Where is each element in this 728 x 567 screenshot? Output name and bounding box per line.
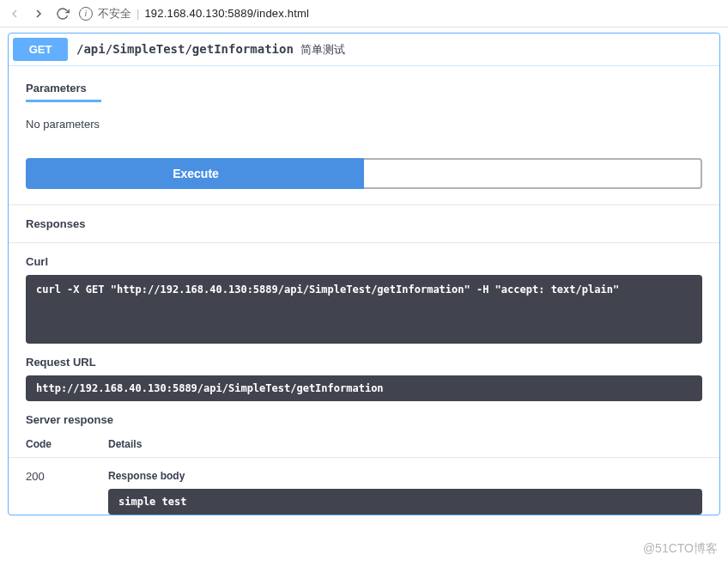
no-parameters-text: No parameters bbox=[9, 102, 719, 143]
info-icon: i bbox=[79, 7, 93, 21]
request-url-section: Request URL http://192.168.40.130:5889/a… bbox=[9, 344, 719, 401]
response-details: Response body simple test bbox=[108, 470, 702, 515]
responses-header: Responses bbox=[9, 204, 719, 243]
browser-toolbar: i 不安全 | 192.168.40.130:5889/index.html bbox=[0, 0, 728, 27]
curl-label: Curl bbox=[26, 255, 702, 268]
reload-icon[interactable] bbox=[55, 6, 70, 21]
operation-body: Parameters No parameters Execute Respons… bbox=[9, 65, 719, 515]
insecure-label: 不安全 bbox=[98, 6, 131, 21]
swagger-ui: GET /api/SimpleTest/getInformation 简单测试 … bbox=[0, 33, 728, 515]
curl-command[interactable]: curl -X GET "http://192.168.40.130:5889/… bbox=[26, 275, 702, 344]
url-text: 192.168.40.130:5889/index.html bbox=[144, 7, 309, 20]
operation-summary[interactable]: GET /api/SimpleTest/getInformation 简单测试 bbox=[9, 34, 719, 65]
execute-row: Execute bbox=[9, 143, 719, 204]
forward-icon[interactable] bbox=[31, 6, 46, 21]
response-body[interactable]: simple test bbox=[108, 489, 702, 515]
back-icon[interactable] bbox=[7, 6, 22, 21]
col-details-header: Details bbox=[108, 438, 702, 450]
operation-path-wrap: /api/SimpleTest/getInformation 简单测试 bbox=[76, 42, 345, 58]
operation-description: 简单测试 bbox=[300, 43, 345, 56]
tabs: Parameters bbox=[9, 66, 719, 102]
curl-section: Curl curl -X GET "http://192.168.40.130:… bbox=[9, 243, 719, 344]
address-bar[interactable]: i 不安全 | 192.168.40.130:5889/index.html bbox=[79, 6, 721, 21]
server-response-label: Server response bbox=[9, 401, 719, 435]
operation-block: GET /api/SimpleTest/getInformation 简单测试 … bbox=[8, 33, 720, 515]
response-code: 200 bbox=[26, 470, 108, 515]
response-row: 200 Response body simple test bbox=[9, 458, 719, 515]
method-badge: GET bbox=[13, 38, 68, 61]
tab-parameters[interactable]: Parameters bbox=[26, 75, 101, 102]
col-code-header: Code bbox=[26, 438, 108, 450]
response-table-header: Code Details bbox=[9, 435, 719, 458]
request-url-value[interactable]: http://192.168.40.130:5889/api/SimpleTes… bbox=[26, 375, 702, 401]
clear-button[interactable] bbox=[364, 158, 702, 189]
request-url-label: Request URL bbox=[26, 356, 702, 369]
execute-button[interactable]: Execute bbox=[26, 158, 364, 189]
watermark: @51CTO博客 bbox=[643, 541, 718, 557]
separator: | bbox=[136, 7, 139, 20]
operation-path: /api/SimpleTest/getInformation bbox=[76, 42, 294, 56]
response-body-label: Response body bbox=[108, 470, 702, 482]
